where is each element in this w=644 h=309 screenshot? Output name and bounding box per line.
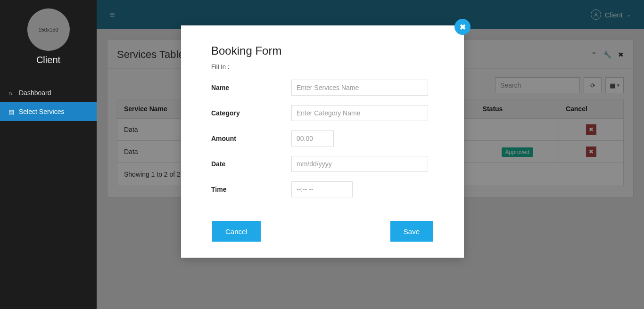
avatar: 150x150 (27, 8, 70, 51)
category-input[interactable] (291, 105, 428, 121)
modal-title: Booking Form (211, 44, 434, 57)
form-row-time: Time (211, 181, 434, 197)
sidebar-username: Client (0, 55, 97, 65)
date-input[interactable] (291, 156, 428, 172)
booking-modal: ✖ Booking Form Fill In : Name Category A… (181, 25, 464, 258)
time-input[interactable] (291, 181, 353, 197)
name-input[interactable] (291, 80, 428, 96)
modal-footer: Cancel Save (211, 221, 434, 242)
sidebar-item-dashboard[interactable]: ⌂ Dashboard (0, 83, 97, 102)
date-label: Date (211, 160, 291, 168)
form-row-amount: Amount (211, 130, 434, 146)
category-label: Category (211, 109, 291, 117)
sidebar-menu: ⌂ Dashboard ▤ Select Services (0, 83, 97, 121)
cancel-button[interactable]: Cancel (212, 221, 261, 242)
sidebar-profile: 150x150 Client (0, 0, 97, 70)
sidebar-item-label: Dashboard (19, 89, 51, 97)
sidebar-item-label: Select Services (19, 108, 64, 115)
modal-close-button[interactable]: ✖ (454, 19, 471, 35)
home-icon: ⌂ (8, 89, 16, 97)
name-label: Name (211, 84, 291, 91)
sidebar: 150x150 Client ⌂ Dashboard ▤ Select Serv… (0, 0, 97, 309)
form-row-date: Date (211, 156, 434, 172)
modal-subtitle: Fill In : (211, 63, 434, 70)
list-icon: ▤ (8, 108, 16, 115)
time-label: Time (211, 186, 291, 193)
amount-input[interactable] (291, 130, 334, 146)
sidebar-item-select-services[interactable]: ▤ Select Services (0, 102, 97, 121)
amount-label: Amount (211, 135, 291, 142)
form-row-name: Name (211, 80, 434, 96)
form-row-category: Category (211, 105, 434, 121)
save-button[interactable]: Save (390, 221, 433, 242)
